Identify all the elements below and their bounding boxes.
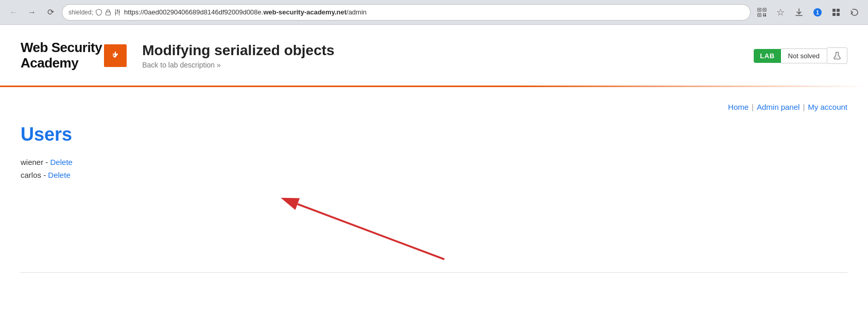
back-button[interactable]: ← [6,5,21,20]
lock-icon [105,9,112,16]
nav-sep-1: | [752,103,754,111]
header-center: Modifying serialized objects Back to lab… [142,42,334,69]
svg-rect-13 [763,13,764,14]
svg-rect-14 [765,13,766,14]
separator-carlos: - [43,171,48,179]
username-wiener: wiener [21,158,43,166]
svg-rect-20 [837,9,840,12]
header-left: Web Security Academy Modifying serialize… [21,40,335,71]
shield-icon: shielded; [68,9,93,16]
nav-links: Home | Admin panel | My account [21,97,847,111]
reload-button[interactable]: ⟳ [43,5,58,20]
address-bar[interactable]: shielded; https://0aed00290406689d8146df [62,4,751,21]
shield-icon [95,9,102,16]
username-carlos: carlos [21,171,41,179]
svg-rect-8 [759,9,760,10]
svg-rect-10 [764,9,765,10]
svg-point-24 [838,56,838,56]
svg-line-26 [298,204,444,259]
lab-badge: LAB [754,49,780,63]
admin-panel-link[interactable]: Admin panel [757,103,800,111]
separator-wiener: - [45,158,50,166]
lab-status: Not solved [781,48,827,63]
svg-rect-15 [763,15,764,16]
svg-rect-22 [837,13,840,16]
my-account-link[interactable]: My account [808,103,847,111]
delete-carlos-link[interactable]: Delete [48,171,70,179]
lab-title: Modifying serialized objects [142,42,334,59]
svg-point-23 [836,57,837,58]
main-content: Home | Admin panel | My account Users wi… [0,87,868,293]
svg-rect-19 [832,9,836,12]
svg-text:1: 1 [816,10,819,15]
download-icon[interactable] [792,5,806,20]
flask-button[interactable] [827,47,847,64]
logo-text: Web Security Academy [21,40,102,71]
red-arrow-svg [21,195,847,262]
page-title: Users [21,124,847,145]
svg-rect-21 [832,13,836,16]
flask-icon [832,51,842,60]
back-to-lab-link[interactable]: Back to lab description » [142,61,334,69]
site-header: Web Security Academy Modifying serialize… [0,25,868,76]
extensions-icon[interactable] [829,5,843,20]
svg-rect-0 [106,12,111,15]
content-divider [21,272,847,273]
browser-chrome: ← → ⟳ shielded; http [0,0,868,25]
delete-wiener-link[interactable]: Delete [50,158,73,166]
arrow-annotation [21,195,847,262]
browser-toolbar: ☆ 1 [755,5,862,20]
notification-icon[interactable]: 1 [810,5,825,20]
security-icons: shielded; [68,9,121,16]
logo: Web Security Academy [21,40,127,71]
undo-icon[interactable] [847,5,862,20]
user-item-wiener: wiener - Delete [21,158,847,166]
qr-icon[interactable] [755,5,769,20]
url-display: https://0aed00290406689d8146df92009d008e… [124,8,744,16]
home-link[interactable]: Home [728,103,749,111]
forward-button[interactable]: → [25,5,39,20]
tune-icon [114,9,121,16]
star-icon[interactable]: ☆ [773,5,788,20]
nav-sep-2: | [803,103,805,111]
user-item-carlos: carlos - Delete [21,171,847,179]
logo-icon [104,44,127,67]
svg-rect-12 [759,14,760,15]
svg-rect-16 [765,15,766,16]
header-right: LAB Not solved [754,47,847,64]
user-list: wiener - Delete carlos - Delete [21,158,847,179]
